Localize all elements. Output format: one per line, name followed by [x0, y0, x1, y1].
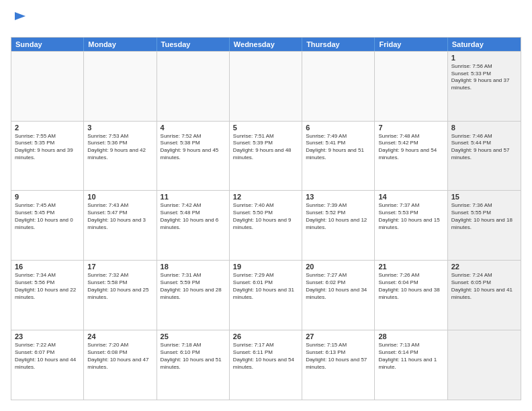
- cal-cell-2-5: 14Sunrise: 7:37 AM Sunset: 5:53 PM Dayli…: [375, 191, 447, 260]
- cell-text: Sunrise: 7:27 AM Sunset: 6:02 PM Dayligh…: [306, 272, 371, 301]
- cal-cell-0-5: [375, 52, 447, 121]
- day-number: 8: [451, 124, 517, 132]
- cell-text: Sunrise: 7:46 AM Sunset: 5:44 PM Dayligh…: [451, 133, 517, 162]
- cal-cell-1-4: 6Sunrise: 7:49 AM Sunset: 5:41 PM Daylig…: [302, 122, 375, 191]
- cal-cell-1-6: 8Sunrise: 7:46 AM Sunset: 5:44 PM Daylig…: [448, 122, 521, 191]
- day-number: 24: [87, 332, 152, 340]
- cell-text: Sunrise: 7:39 AM Sunset: 5:52 PM Dayligh…: [306, 202, 371, 231]
- header-day-friday: Friday: [375, 38, 447, 51]
- page: SundayMondayTuesdayWednesdayThursdayFrid…: [0, 0, 532, 411]
- day-number: 14: [378, 193, 443, 201]
- cell-text: Sunrise: 7:13 AM Sunset: 6:14 PM Dayligh…: [378, 342, 443, 371]
- cal-cell-1-0: 2Sunrise: 7:55 AM Sunset: 5:35 PM Daylig…: [11, 122, 84, 191]
- day-number: 28: [378, 332, 443, 340]
- cal-cell-0-4: [302, 52, 375, 121]
- cal-cell-0-2: [157, 52, 230, 121]
- cal-cell-3-3: 19Sunrise: 7:29 AM Sunset: 6:01 PM Dayli…: [230, 261, 302, 330]
- cell-text: Sunrise: 7:53 AM Sunset: 5:36 PM Dayligh…: [87, 133, 152, 162]
- cell-text: Sunrise: 7:24 AM Sunset: 6:05 PM Dayligh…: [451, 272, 517, 301]
- cell-text: Sunrise: 7:34 AM Sunset: 5:56 PM Dayligh…: [15, 272, 80, 301]
- cell-text: Sunrise: 7:17 AM Sunset: 6:11 PM Dayligh…: [233, 342, 298, 371]
- cal-cell-2-3: 12Sunrise: 7:40 AM Sunset: 5:50 PM Dayli…: [230, 191, 302, 260]
- header-day-saturday: Saturday: [448, 38, 521, 51]
- calendar-body: 1Sunrise: 7:56 AM Sunset: 5:33 PM Daylig…: [11, 51, 521, 400]
- cal-cell-0-6: 1Sunrise: 7:56 AM Sunset: 5:33 PM Daylig…: [448, 52, 521, 121]
- calendar-row-0: 1Sunrise: 7:56 AM Sunset: 5:33 PM Daylig…: [11, 51, 521, 121]
- cal-cell-1-5: 7Sunrise: 7:48 AM Sunset: 5:42 PM Daylig…: [375, 122, 447, 191]
- cal-cell-4-4: 27Sunrise: 7:15 AM Sunset: 6:13 PM Dayli…: [302, 330, 375, 400]
- calendar-row-3: 16Sunrise: 7:34 AM Sunset: 5:56 PM Dayli…: [11, 260, 521, 330]
- cal-cell-3-1: 17Sunrise: 7:32 AM Sunset: 5:58 PM Dayli…: [84, 261, 157, 330]
- cal-cell-4-2: 25Sunrise: 7:18 AM Sunset: 6:10 PM Dayli…: [157, 330, 230, 400]
- day-number: 7: [378, 124, 443, 132]
- day-number: 17: [87, 263, 152, 271]
- cell-text: Sunrise: 7:22 AM Sunset: 6:07 PM Dayligh…: [15, 342, 80, 371]
- cell-text: Sunrise: 7:36 AM Sunset: 5:55 PM Dayligh…: [451, 202, 517, 231]
- day-number: 9: [15, 193, 80, 201]
- header-day-sunday: Sunday: [11, 38, 84, 51]
- cal-cell-3-4: 20Sunrise: 7:27 AM Sunset: 6:02 PM Dayli…: [302, 261, 375, 330]
- day-number: 27: [306, 332, 371, 340]
- cell-text: Sunrise: 7:26 AM Sunset: 6:04 PM Dayligh…: [378, 272, 443, 301]
- day-number: 2: [15, 124, 80, 132]
- cal-cell-1-3: 5Sunrise: 7:51 AM Sunset: 5:39 PM Daylig…: [230, 122, 302, 191]
- day-number: 15: [451, 193, 517, 201]
- day-number: 1: [451, 54, 517, 62]
- header-day-monday: Monday: [84, 38, 157, 51]
- logo: [11, 11, 28, 30]
- logo-text: [11, 11, 28, 30]
- day-number: 11: [161, 193, 226, 201]
- cell-text: Sunrise: 7:37 AM Sunset: 5:53 PM Dayligh…: [378, 202, 443, 231]
- day-number: 18: [161, 263, 226, 271]
- calendar-row-4: 23Sunrise: 7:22 AM Sunset: 6:07 PM Dayli…: [11, 330, 521, 400]
- cell-text: Sunrise: 7:32 AM Sunset: 5:58 PM Dayligh…: [87, 272, 152, 301]
- cal-cell-4-1: 24Sunrise: 7:20 AM Sunset: 6:08 PM Dayli…: [84, 330, 157, 400]
- svg-marker-0: [15, 12, 26, 20]
- cal-cell-0-3: [230, 52, 302, 121]
- header-day-wednesday: Wednesday: [230, 38, 302, 51]
- cal-cell-2-6: 15Sunrise: 7:36 AM Sunset: 5:55 PM Dayli…: [448, 191, 521, 260]
- cal-cell-2-1: 10Sunrise: 7:43 AM Sunset: 5:47 PM Dayli…: [84, 191, 157, 260]
- day-number: 3: [87, 124, 152, 132]
- cal-cell-0-1: [84, 52, 157, 121]
- day-number: 13: [306, 193, 371, 201]
- cell-text: Sunrise: 7:52 AM Sunset: 5:38 PM Dayligh…: [161, 133, 226, 162]
- cal-cell-3-5: 21Sunrise: 7:26 AM Sunset: 6:04 PM Dayli…: [375, 261, 447, 330]
- day-number: 21: [378, 263, 443, 271]
- day-number: 5: [233, 124, 298, 132]
- cell-text: Sunrise: 7:20 AM Sunset: 6:08 PM Dayligh…: [87, 342, 152, 371]
- calendar-row-1: 2Sunrise: 7:55 AM Sunset: 5:35 PM Daylig…: [11, 121, 521, 191]
- cell-text: Sunrise: 7:18 AM Sunset: 6:10 PM Dayligh…: [161, 342, 226, 371]
- cell-text: Sunrise: 7:48 AM Sunset: 5:42 PM Dayligh…: [378, 133, 443, 162]
- cal-cell-1-1: 3Sunrise: 7:53 AM Sunset: 5:36 PM Daylig…: [84, 122, 157, 191]
- cell-text: Sunrise: 7:55 AM Sunset: 5:35 PM Dayligh…: [15, 133, 80, 162]
- cell-text: Sunrise: 7:31 AM Sunset: 5:59 PM Dayligh…: [161, 272, 226, 301]
- cell-text: Sunrise: 7:51 AM Sunset: 5:39 PM Dayligh…: [233, 133, 298, 162]
- day-number: 22: [451, 263, 517, 271]
- header-day-thursday: Thursday: [302, 38, 375, 51]
- cell-text: Sunrise: 7:42 AM Sunset: 5:48 PM Dayligh…: [161, 202, 226, 231]
- cell-text: Sunrise: 7:45 AM Sunset: 5:45 PM Dayligh…: [15, 202, 80, 231]
- cell-text: Sunrise: 7:43 AM Sunset: 5:47 PM Dayligh…: [87, 202, 152, 231]
- day-number: 26: [233, 332, 298, 340]
- cal-cell-4-0: 23Sunrise: 7:22 AM Sunset: 6:07 PM Dayli…: [11, 330, 84, 400]
- cal-cell-4-6: [448, 330, 521, 400]
- cal-cell-3-0: 16Sunrise: 7:34 AM Sunset: 5:56 PM Dayli…: [11, 261, 84, 330]
- cal-cell-3-6: 22Sunrise: 7:24 AM Sunset: 6:05 PM Dayli…: [448, 261, 521, 330]
- day-number: 25: [161, 332, 226, 340]
- logo-flag-icon: [12, 11, 28, 27]
- day-number: 6: [306, 124, 371, 132]
- calendar-header: SundayMondayTuesdayWednesdayThursdayFrid…: [11, 38, 521, 51]
- cal-cell-2-0: 9Sunrise: 7:45 AM Sunset: 5:45 PM Daylig…: [11, 191, 84, 260]
- cal-cell-3-2: 18Sunrise: 7:31 AM Sunset: 5:59 PM Dayli…: [157, 261, 230, 330]
- day-number: 10: [87, 193, 152, 201]
- day-number: 4: [161, 124, 226, 132]
- calendar-row-2: 9Sunrise: 7:45 AM Sunset: 5:45 PM Daylig…: [11, 190, 521, 260]
- cal-cell-0-0: [11, 52, 84, 121]
- day-number: 23: [15, 332, 80, 340]
- calendar: SundayMondayTuesdayWednesdayThursdayFrid…: [11, 37, 521, 400]
- cal-cell-4-5: 28Sunrise: 7:13 AM Sunset: 6:14 PM Dayli…: [375, 330, 447, 400]
- cell-text: Sunrise: 7:15 AM Sunset: 6:13 PM Dayligh…: [306, 342, 371, 371]
- cell-text: Sunrise: 7:29 AM Sunset: 6:01 PM Dayligh…: [233, 272, 298, 301]
- day-number: 19: [233, 263, 298, 271]
